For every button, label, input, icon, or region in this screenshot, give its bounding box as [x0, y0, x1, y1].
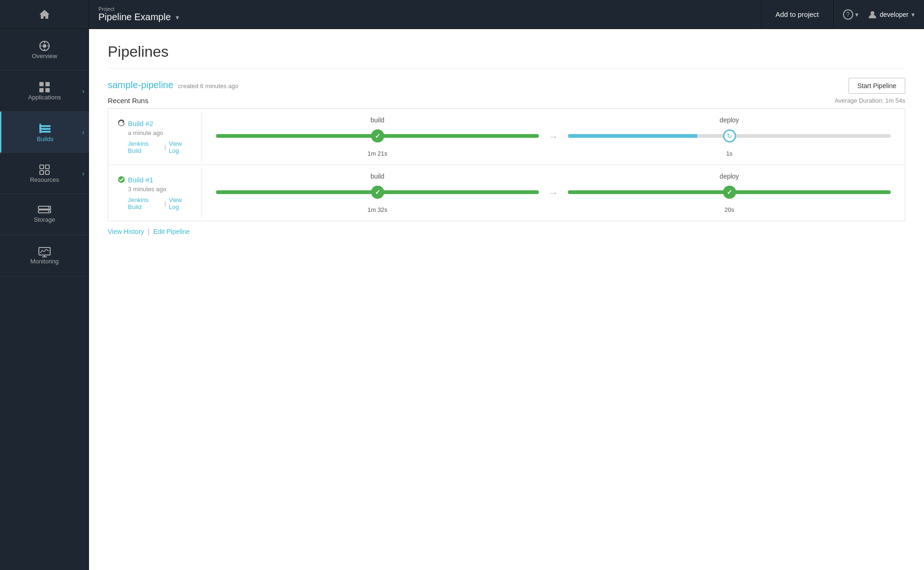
builds-table: Build #2 a minute ago Jenkins Build | Vi… — [108, 108, 905, 221]
top-nav: Project Pipeline Example ▾ Add to projec… — [0, 0, 924, 29]
user-chevron-icon: ▾ — [911, 11, 915, 18]
add-to-project-button[interactable]: Add to project — [761, 0, 834, 29]
table-row: Build #1 3 minutes ago Jenkins Build | V… — [108, 165, 905, 221]
help-icon: ? — [843, 9, 853, 20]
refresh-icon — [118, 120, 125, 127]
build-1-jenkins-link[interactable]: Jenkins Build — [128, 196, 162, 210]
sidebar-label-overview: Overview — [32, 52, 57, 60]
svg-rect-15 — [40, 165, 44, 169]
build-info-2: Build #2 a minute ago Jenkins Build | Vi… — [108, 112, 202, 162]
svg-rect-10 — [45, 88, 50, 92]
build-2-stages: build ✓ 1m 21s → deploy — [202, 109, 905, 165]
success-icon — [118, 176, 125, 183]
svg-rect-14 — [39, 124, 41, 133]
sidebar-item-monitoring[interactable]: Monitoring — [0, 235, 89, 277]
applications-icon — [38, 81, 51, 94]
build-1-name[interactable]: Build #1 — [128, 176, 153, 184]
help-button[interactable]: ? ▾ — [843, 9, 858, 20]
project-name: Pipeline Example — [98, 12, 171, 22]
stage-build-1-deploy: deploy ✓ 20s — [568, 172, 891, 213]
project-chevron-icon: ▾ — [176, 14, 179, 21]
svg-rect-7 — [39, 82, 44, 86]
svg-rect-16 — [45, 165, 49, 169]
start-pipeline-button[interactable]: Start Pipeline — [849, 78, 905, 94]
monitoring-icon — [38, 247, 51, 258]
build-2-name[interactable]: Build #2 — [128, 120, 153, 128]
pipeline-section: sample-pipeline created 6 minutes ago St… — [108, 78, 905, 235]
svg-point-22 — [48, 211, 50, 212]
build-1-log-link[interactable]: View Log — [169, 196, 192, 210]
build-1-links: Jenkins Build | View Log — [128, 196, 192, 210]
main-content: Pipelines sample-pipeline created 6 minu… — [89, 29, 924, 570]
overview-icon — [38, 39, 51, 52]
pipeline-footer: View History | Edit Pipeline — [108, 228, 905, 235]
stage-arrow-icon: → — [548, 187, 559, 199]
svg-rect-18 — [45, 171, 49, 174]
avg-duration: Average Duration: 1m 54s — [835, 97, 905, 104]
sidebar-label-builds: Builds — [37, 135, 53, 142]
recent-runs-label: Recent Runs — [108, 97, 149, 105]
build-1-time: 3 minutes ago — [128, 186, 192, 193]
resources-arrow-icon: › — [82, 170, 84, 177]
svg-rect-11 — [40, 125, 51, 127]
recent-runs-row: Recent Runs Average Duration: 1m 54s — [108, 97, 905, 105]
svg-point-21 — [48, 207, 50, 209]
page-title: Pipelines — [108, 43, 905, 68]
builds-arrow-icon: › — [82, 128, 84, 136]
resources-icon — [38, 163, 51, 176]
home-icon — [38, 8, 51, 21]
build-2-log-link[interactable]: View Log — [169, 140, 192, 154]
project-label: Project — [98, 6, 752, 12]
sidebar-label-applications: Applications — [28, 94, 61, 101]
help-chevron-icon: ▾ — [855, 11, 858, 18]
table-row: Build #2 a minute ago Jenkins Build | Vi… — [108, 109, 905, 165]
user-icon — [868, 10, 877, 19]
stage-arrow-icon: → — [548, 131, 559, 143]
builds-icon — [38, 121, 52, 135]
build-2-time: a minute ago — [128, 129, 192, 136]
pipeline-created: created 6 minutes ago — [178, 82, 238, 90]
build-1-stages: build ✓ 1m 32s → deploy — [202, 165, 905, 221]
user-menu-button[interactable]: developer ▾ — [868, 10, 915, 19]
view-history-link[interactable]: View History — [108, 228, 144, 235]
sidebar-item-overview[interactable]: Overview — [0, 29, 89, 70]
sidebar-label-resources: Resources — [30, 176, 59, 183]
sidebar-label-monitoring: Monitoring — [30, 258, 59, 265]
sidebar-item-builds[interactable]: Builds › — [0, 112, 89, 153]
sidebar-item-applications[interactable]: Applications › — [0, 70, 89, 112]
svg-rect-17 — [40, 171, 44, 174]
sidebar-item-resources[interactable]: Resources › — [0, 153, 89, 194]
svg-rect-9 — [39, 88, 44, 92]
sidebar: Overview Applications › Builds › — [0, 29, 89, 570]
storage-icon — [38, 206, 51, 216]
pipeline-header: sample-pipeline created 6 minutes ago St… — [108, 78, 905, 94]
build-2-links: Jenkins Build | View Log — [128, 140, 192, 154]
edit-pipeline-link[interactable]: Edit Pipeline — [153, 228, 190, 235]
svg-point-0 — [871, 11, 874, 15]
sidebar-item-storage[interactable]: Storage — [0, 194, 89, 235]
build-info-1: Build #1 3 minutes ago Jenkins Build | V… — [108, 168, 202, 218]
svg-point-26 — [118, 176, 125, 183]
project-selector[interactable]: Project Pipeline Example ▾ — [89, 0, 761, 29]
applications-arrow-icon: › — [82, 87, 84, 95]
sidebar-label-storage: Storage — [34, 216, 55, 223]
svg-rect-12 — [40, 128, 51, 130]
pipeline-name[interactable]: sample-pipeline — [108, 80, 173, 90]
build-2-jenkins-link[interactable]: Jenkins Build — [128, 140, 162, 154]
svg-rect-8 — [45, 82, 50, 86]
svg-rect-13 — [40, 131, 51, 133]
stage-build-2-build: build ✓ 1m 21s — [216, 116, 539, 157]
home-nav-item[interactable] — [0, 0, 89, 29]
stage-build-2-deploy: deploy ↻ 1s — [568, 116, 891, 157]
stage-build-1-build: build ✓ 1m 32s — [216, 172, 539, 213]
svg-point-2 — [43, 44, 46, 48]
